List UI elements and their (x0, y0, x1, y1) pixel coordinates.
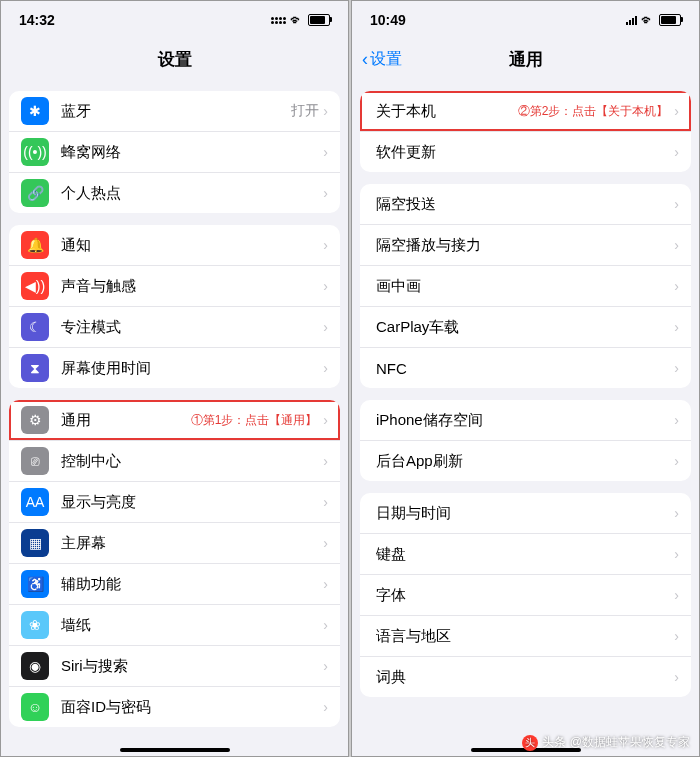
row-label: 画中画 (376, 277, 674, 296)
list-item[interactable]: 后台App刷新› (360, 440, 691, 481)
chevron-right-icon: › (674, 144, 679, 160)
row-label: 关于本机 (376, 102, 518, 121)
bluetooth-icon: ✱ (21, 97, 49, 125)
chevron-right-icon: › (323, 617, 328, 633)
chevron-right-icon: › (674, 505, 679, 521)
row-label: 辅助功能 (61, 575, 323, 594)
chevron-right-icon: › (323, 412, 328, 428)
sounds-icon: ◀)) (21, 272, 49, 300)
row-label: 字体 (376, 586, 674, 605)
list-item[interactable]: NFC› (360, 347, 691, 388)
list-item[interactable]: 字体› (360, 574, 691, 615)
hotspot-icon: 🔗 (21, 179, 49, 207)
home-indicator[interactable] (120, 748, 230, 752)
stage: 14:32 ᯤ 设置 ✱蓝牙打开›((•))蜂窝网络›🔗个人热点›🔔通知›◀))… (0, 0, 700, 757)
row-label: 词典 (376, 668, 674, 687)
list-item[interactable]: 隔空播放与接力› (360, 224, 691, 265)
list-item[interactable]: ▦主屏幕› (9, 522, 340, 563)
row-label: 通知 (61, 236, 323, 255)
row-label: 隔空投送 (376, 195, 674, 214)
chevron-right-icon: › (674, 628, 679, 644)
chevron-right-icon: › (674, 412, 679, 428)
back-label: 设置 (370, 49, 402, 70)
list-item[interactable]: 🔗个人热点› (9, 172, 340, 213)
list-item[interactable]: 词典› (360, 656, 691, 697)
row-label: 日期与时间 (376, 504, 674, 523)
list-item[interactable]: 隔空投送› (360, 184, 691, 224)
chevron-right-icon: › (674, 587, 679, 603)
list-item[interactable]: CarPlay车载› (360, 306, 691, 347)
list-item[interactable]: ⚙通用①第1步：点击【通用】› (9, 400, 340, 440)
list-item[interactable]: 键盘› (360, 533, 691, 574)
row-label: CarPlay车载 (376, 318, 674, 337)
list-item[interactable]: ❀墙纸› (9, 604, 340, 645)
chevron-right-icon: › (674, 360, 679, 376)
row-value: 打开 (291, 102, 319, 120)
list-item[interactable]: ☺面容ID与密码› (9, 686, 340, 727)
list-item[interactable]: iPhone储存空间› (360, 400, 691, 440)
status-icons: ᯤ (271, 12, 330, 28)
chevron-right-icon: › (323, 278, 328, 294)
nav-bar: ‹ 设置 通用 (352, 39, 699, 79)
chevron-right-icon: › (323, 237, 328, 253)
list-item[interactable]: 关于本机②第2步：点击【关于本机】› (360, 91, 691, 131)
list-item[interactable]: AA显示与亮度› (9, 481, 340, 522)
chevron-right-icon: › (674, 103, 679, 119)
cellular-icon: ((•)) (21, 138, 49, 166)
chevron-right-icon: › (323, 453, 328, 469)
general-list[interactable]: 关于本机②第2步：点击【关于本机】›软件更新›隔空投送›隔空播放与接力›画中画›… (352, 79, 699, 742)
list-item[interactable]: ⧗屏幕使用时间› (9, 347, 340, 388)
settings-list[interactable]: ✱蓝牙打开›((•))蜂窝网络›🔗个人热点›🔔通知›◀))声音与触感›☾专注模式… (1, 79, 348, 742)
back-button[interactable]: ‹ 设置 (362, 49, 402, 70)
list-item[interactable]: ⎚控制中心› (9, 440, 340, 481)
wallpaper-icon: ❀ (21, 611, 49, 639)
row-label: Siri与搜索 (61, 657, 323, 676)
list-item[interactable]: ✱蓝牙打开› (9, 91, 340, 131)
chevron-left-icon: ‹ (362, 49, 368, 70)
row-label: 专注模式 (61, 318, 323, 337)
list-item[interactable]: 语言与地区› (360, 615, 691, 656)
settings-group: 隔空投送›隔空播放与接力›画中画›CarPlay车载›NFC› (360, 184, 691, 388)
signal-icon (626, 15, 637, 25)
row-label: 语言与地区 (376, 627, 674, 646)
list-item[interactable]: ♿辅助功能› (9, 563, 340, 604)
status-time: 10:49 (370, 12, 406, 28)
row-label: 后台App刷新 (376, 452, 674, 471)
chevron-right-icon: › (323, 494, 328, 510)
chevron-right-icon: › (674, 196, 679, 212)
page-title: 通用 (509, 48, 543, 71)
row-label: NFC (376, 360, 674, 377)
chevron-right-icon: › (323, 185, 328, 201)
row-label: 键盘 (376, 545, 674, 564)
row-label: 声音与触感 (61, 277, 323, 296)
watermark-text: 头条 @数据蛙苹果恢复专家 (542, 734, 690, 751)
status-bar: 10:49 ᯤ (352, 1, 699, 39)
settings-group: iPhone储存空间›后台App刷新› (360, 400, 691, 481)
chevron-right-icon: › (674, 237, 679, 253)
row-label: 屏幕使用时间 (61, 359, 323, 378)
list-item[interactable]: ((•))蜂窝网络› (9, 131, 340, 172)
control-center-icon: ⎚ (21, 447, 49, 475)
list-item[interactable]: ☾专注模式› (9, 306, 340, 347)
list-item[interactable]: ◉Siri与搜索› (9, 645, 340, 686)
list-item[interactable]: 🔔通知› (9, 225, 340, 265)
control-center-dots-icon (271, 17, 286, 24)
right-phone: 10:49 ᯤ ‹ 设置 通用 关于本机②第2步：点击【关于本机】›软件更新›隔… (351, 0, 700, 757)
chevron-right-icon: › (323, 360, 328, 376)
row-label: 软件更新 (376, 143, 674, 162)
chevron-right-icon: › (674, 278, 679, 294)
chevron-right-icon: › (323, 576, 328, 592)
row-label: 通用 (61, 411, 191, 430)
chevron-right-icon: › (674, 669, 679, 685)
settings-group: ⚙通用①第1步：点击【通用】›⎚控制中心›AA显示与亮度›▦主屏幕›♿辅助功能›… (9, 400, 340, 727)
list-item[interactable]: ◀))声音与触感› (9, 265, 340, 306)
accessibility-icon: ♿ (21, 570, 49, 598)
row-label: 蜂窝网络 (61, 143, 323, 162)
chevron-right-icon: › (674, 546, 679, 562)
list-item[interactable]: 软件更新› (360, 131, 691, 172)
settings-group: 日期与时间›键盘›字体›语言与地区›词典› (360, 493, 691, 697)
list-item[interactable]: 日期与时间› (360, 493, 691, 533)
list-item[interactable]: 画中画› (360, 265, 691, 306)
battery-icon (659, 14, 681, 26)
row-label: 显示与亮度 (61, 493, 323, 512)
